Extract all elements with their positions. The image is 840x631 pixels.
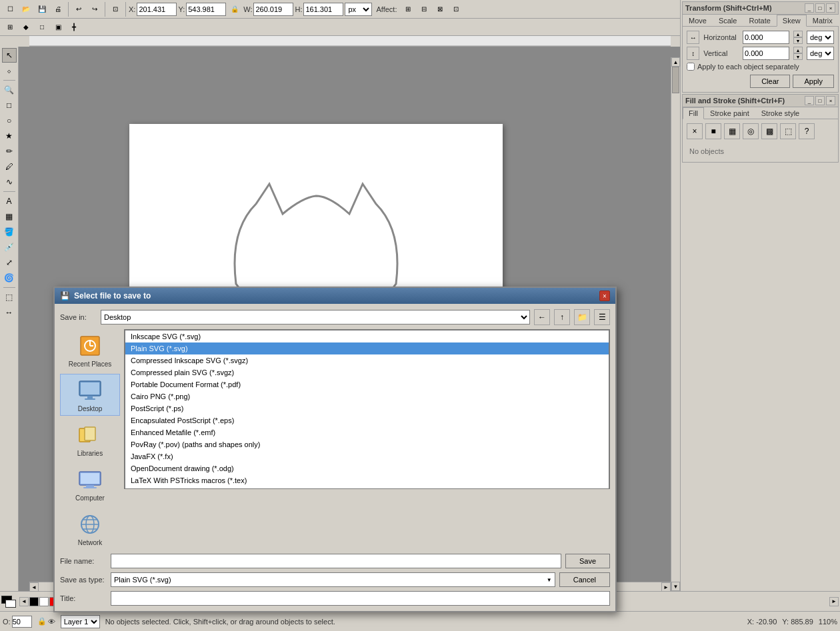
fill-swatch[interactable]: [5, 600, 16, 608]
snap-node-btn[interactable]: ◆: [19, 20, 33, 35]
pen-tool[interactable]: 🖊: [2, 159, 17, 174]
select-tool[interactable]: ↖: [2, 48, 17, 63]
rect-tool[interactable]: □: [2, 98, 17, 113]
format-compressed-inkscape[interactable]: Compressed Inkscape SVG (*.svgz): [125, 354, 609, 366]
format-postscript[interactable]: PostScript (*.ps): [125, 402, 609, 414]
star-tool[interactable]: ★: [2, 129, 17, 143]
fill-x-btn[interactable]: ×: [687, 123, 703, 139]
3d-box-tool[interactable]: ⬚: [2, 290, 17, 305]
affect-2[interactable]: ⊟: [417, 2, 431, 17]
layer-select[interactable]: Layer 1: [61, 615, 100, 628]
sidebar-computer[interactable]: Computer: [60, 463, 120, 505]
format-latex[interactable]: LaTeX With PSTricks macros (*.tex): [125, 474, 609, 486]
affect-1[interactable]: ⊞: [401, 2, 415, 17]
zoom-tool[interactable]: 🔍: [2, 83, 17, 97]
text-tool[interactable]: A: [2, 194, 17, 209]
title-input[interactable]: [111, 591, 610, 606]
skew-v-down[interactable]: ▼: [793, 53, 803, 60]
measure-tool[interactable]: ↔: [2, 305, 17, 320]
tab-rotate[interactable]: Rotate: [743, 15, 776, 26]
tab-skew[interactable]: Skew: [777, 15, 807, 27]
tab-matrix[interactable]: Matrix: [807, 15, 839, 26]
connector-tool[interactable]: ⤢: [2, 255, 17, 270]
save-btn[interactable]: 💾: [35, 2, 49, 17]
skew-v-up[interactable]: ▲: [793, 47, 803, 53]
scroll-up-btn[interactable]: ▲: [671, 57, 680, 67]
zoom-fit-btn[interactable]: ⊡: [108, 2, 123, 17]
palette-right-arrow[interactable]: ►: [829, 597, 839, 606]
skew-h-down[interactable]: ▼: [793, 37, 803, 44]
calligraphy-tool[interactable]: ∿: [2, 175, 17, 189]
cancel-btn[interactable]: Cancel: [559, 572, 610, 587]
skew-v-input[interactable]: [743, 47, 789, 60]
transform-panel-close[interactable]: ×: [826, 3, 835, 13]
nav-up-btn[interactable]: ↑: [554, 309, 570, 325]
skew-h-input[interactable]: [743, 31, 789, 44]
fill-panel-minimize[interactable]: _: [805, 96, 814, 105]
snap-guide-btn[interactable]: ╋: [67, 20, 81, 35]
pencil-tool[interactable]: ✏: [2, 144, 17, 159]
affect-4[interactable]: ⊡: [449, 2, 463, 17]
nav-back-btn[interactable]: ←: [534, 309, 550, 325]
scroll-thumb-v[interactable]: [672, 67, 679, 93]
format-pov[interactable]: PovRay (*.pov) (paths and shapes only): [125, 438, 609, 450]
node-tool[interactable]: ⬦: [2, 63, 17, 78]
snap-page-btn[interactable]: ▣: [51, 20, 65, 35]
color-swatch[interactable]: [39, 597, 49, 606]
lock-btn[interactable]: 🔒: [227, 2, 242, 17]
save-as-type-select[interactable]: Plain SVG (*.svg) ▼: [111, 572, 555, 587]
w-input[interactable]: [253, 3, 293, 16]
fill-panel-maximize[interactable]: □: [815, 96, 825, 105]
format-javafx[interactable]: JavaFX (*.fx): [125, 450, 609, 462]
format-dxf[interactable]: Desktop Cutting Plotter (AutoCAD DXF R14…: [125, 486, 609, 489]
format-inkscape-svg[interactable]: Inkscape SVG (*.svg): [125, 330, 609, 342]
print-btn[interactable]: 🖨: [51, 2, 65, 17]
snap-bbox-btn[interactable]: □: [35, 20, 49, 35]
fill-pattern-btn[interactable]: ▩: [761, 123, 777, 139]
color-swatch[interactable]: [29, 597, 39, 606]
open-btn[interactable]: 📂: [19, 2, 33, 17]
apply-each-checkbox[interactable]: [687, 63, 695, 71]
fill-linear-btn[interactable]: ▦: [724, 123, 740, 139]
vertical-scrollbar[interactable]: ▲ ▼: [671, 57, 680, 591]
tab-fill[interactable]: Fill: [683, 107, 704, 119]
tab-stroke-style[interactable]: Stroke style: [755, 107, 805, 119]
sidebar-desktop[interactable]: Desktop: [60, 374, 120, 416]
redo-btn[interactable]: ↪: [87, 2, 102, 17]
snap-btn[interactable]: ⊞: [3, 20, 17, 35]
h-input[interactable]: [303, 3, 343, 16]
skew-v-unit[interactable]: degrad: [807, 47, 834, 60]
ellipse-tool[interactable]: ○: [2, 113, 17, 128]
format-compressed-plain[interactable]: Compressed plain SVG (*.svgz): [125, 366, 609, 378]
file-list-container[interactable]: 📁 Libraries 📁 System 📁 Network 📁: [124, 329, 610, 489]
format-emf[interactable]: Enhanced Metafile (*.emf): [125, 426, 609, 438]
dialog-close-btn[interactable]: ×: [599, 291, 610, 301]
scroll-down-btn[interactable]: ▼: [671, 582, 680, 591]
scroll-left-btn[interactable]: ◄: [29, 582, 39, 591]
tab-move[interactable]: Move: [683, 15, 713, 26]
file-name-input[interactable]: [111, 554, 561, 568]
palette-left-arrow[interactable]: ◄: [19, 597, 29, 606]
fill-unknown-btn[interactable]: ?: [799, 123, 815, 139]
sidebar-libraries[interactable]: Libraries: [60, 418, 120, 460]
transform-panel-minimize[interactable]: _: [805, 3, 814, 13]
format-pdf[interactable]: Portable Document Format (*.pdf): [125, 378, 609, 390]
format-eps[interactable]: Encapsulated PostScript (*.eps): [125, 414, 609, 426]
units-select[interactable]: pxmmcmin: [345, 3, 372, 16]
undo-btn[interactable]: ↩: [71, 2, 86, 17]
tab-stroke-paint[interactable]: Stroke paint: [704, 107, 755, 119]
sidebar-recent-places[interactable]: Recent Places: [60, 329, 120, 371]
affect-3[interactable]: ⊠: [433, 2, 447, 17]
format-dropdown[interactable]: Inkscape SVG (*.svg) Plain SVG (*.svg) C…: [125, 330, 609, 489]
fill-swatch-btn[interactable]: ⬚: [780, 123, 796, 139]
skew-h-up[interactable]: ▲: [793, 31, 803, 37]
clear-btn[interactable]: Clear: [750, 75, 790, 88]
nav-new-folder-btn[interactable]: 📁: [574, 309, 590, 325]
scroll-right-btn[interactable]: ►: [661, 582, 671, 591]
new-btn[interactable]: ☐: [3, 2, 17, 17]
fill-tool[interactable]: 🪣: [2, 225, 17, 239]
format-plain-svg[interactable]: Plain SVG (*.svg): [125, 342, 609, 354]
opacity-input[interactable]: [12, 616, 32, 628]
y-input[interactable]: [186, 3, 226, 16]
tab-scale[interactable]: Scale: [713, 15, 743, 26]
